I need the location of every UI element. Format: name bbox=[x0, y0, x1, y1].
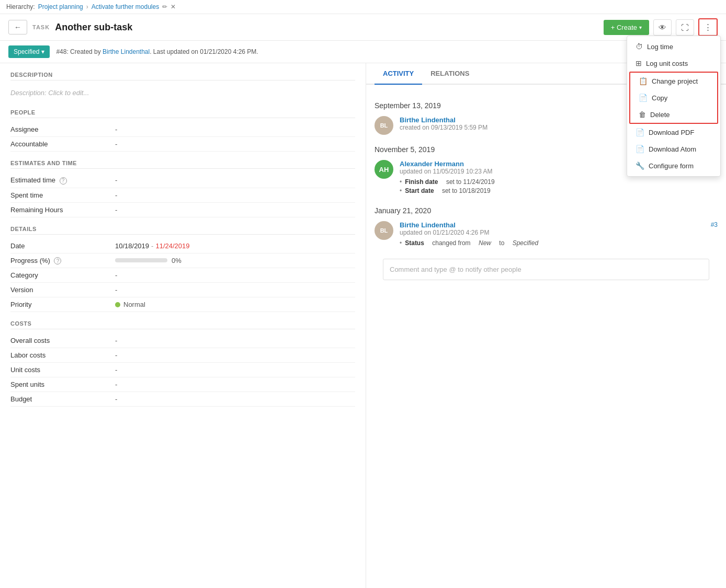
date-end: 11/24/2019 bbox=[155, 242, 189, 250]
costs-section-title: COSTS bbox=[10, 320, 355, 329]
configure-form-label: Configure form bbox=[649, 162, 694, 170]
breadcrumb-close-icon[interactable]: ✕ bbox=[171, 3, 176, 10]
budget-value[interactable]: - bbox=[115, 395, 117, 403]
status-button[interactable]: Specified ▾ bbox=[8, 45, 50, 58]
priority-dot bbox=[115, 302, 120, 307]
description-placeholder[interactable]: Description: Click to edit... bbox=[10, 85, 355, 101]
header-right: + Create ▾ 👁 ⛶ ⋮ bbox=[604, 18, 718, 36]
description-section-title: DESCRIPTION bbox=[10, 72, 355, 80]
dropdown-delete[interactable]: 🗑 Delete bbox=[630, 106, 717, 123]
spent-units-row: Spent units - bbox=[10, 377, 355, 392]
breadcrumb-child-link[interactable]: Activate further modules bbox=[92, 3, 159, 10]
priority-row: Priority Normal bbox=[10, 297, 355, 312]
activity-user-3: Birthe Lindenthal bbox=[400, 221, 456, 229]
breadcrumb: Hierarchy: Project planning › Activate f… bbox=[0, 0, 726, 14]
dropdown-change-project[interactable]: 📋 Change project bbox=[630, 73, 717, 89]
dropdown-download-atom[interactable]: 📄 Download Atom bbox=[627, 141, 720, 157]
dropdown-configure-form[interactable]: 🔧 Configure form bbox=[627, 157, 720, 174]
download-atom-label: Download Atom bbox=[649, 145, 696, 153]
log-unit-costs-label: Log unit costs bbox=[646, 60, 688, 67]
tab-activity[interactable]: ACTIVITY bbox=[375, 63, 422, 85]
spent-time-row: Spent time - bbox=[10, 188, 355, 203]
progress-pct: 0% bbox=[172, 257, 182, 264]
assignee-value[interactable]: - bbox=[115, 125, 117, 133]
progress-value[interactable]: 0% bbox=[115, 257, 182, 264]
main-layout: DESCRIPTION Description: Click to edit..… bbox=[0, 63, 726, 588]
activity-time-3: updated on 01/21/2020 4:26 PM bbox=[400, 229, 718, 236]
remaining-hours-label: Remaining Hours bbox=[10, 206, 115, 214]
date-label: Date bbox=[10, 242, 115, 250]
estimated-time-value[interactable]: - bbox=[115, 176, 117, 184]
estimates-section-title: ESTIMATES AND TIME bbox=[10, 160, 355, 169]
more-button[interactable]: ⋮ bbox=[698, 18, 718, 36]
labor-costs-value[interactable]: - bbox=[115, 351, 117, 359]
comment-box[interactable]: Comment and type @ to notify other peopl… bbox=[383, 259, 709, 280]
download-pdf-label: Download PDF bbox=[649, 129, 694, 136]
spent-units-value[interactable]: - bbox=[115, 381, 117, 388]
version-value[interactable]: - bbox=[115, 286, 117, 294]
avatar-alexander: AH bbox=[375, 160, 393, 179]
clock-icon: ⏱ bbox=[636, 42, 643, 51]
date-header-3: January 21, 2020 bbox=[375, 206, 718, 215]
labor-costs-row: Labor costs - bbox=[10, 348, 355, 363]
meta-bar: Specified ▾ #48: Created by Birthe Linde… bbox=[0, 41, 726, 63]
activity-bullets-3: Status changed from New to Specified bbox=[400, 239, 718, 247]
dropdown-copy[interactable]: 📄 Copy bbox=[630, 89, 717, 106]
progress-help[interactable]: ? bbox=[54, 257, 61, 264]
atom-icon: 📄 bbox=[636, 145, 644, 153]
overall-costs-value[interactable]: - bbox=[115, 337, 117, 344]
assignee-row: Assignee - bbox=[10, 122, 355, 137]
estimated-time-help[interactable]: ? bbox=[60, 177, 67, 185]
header-bar: ← TASK Another sub-task + Create ▾ 👁 ⛶ ⋮ bbox=[0, 14, 726, 41]
activity-ref-3: #3 bbox=[711, 221, 718, 228]
copy-icon: 📄 bbox=[639, 94, 648, 102]
date-separator: - bbox=[151, 242, 153, 250]
task-title: Another sub-task bbox=[55, 22, 132, 33]
log-time-label: Log time bbox=[647, 43, 673, 51]
labor-costs-label: Labor costs bbox=[10, 351, 115, 359]
activity-header-3: Birthe Lindenthal #3 bbox=[400, 221, 718, 229]
progress-bar bbox=[115, 258, 167, 262]
budget-row: Budget - bbox=[10, 392, 355, 407]
dropdown-menu: ⏱ Log time ⊞ Log unit costs 📋 Change pro… bbox=[627, 36, 721, 177]
spent-time-value[interactable]: - bbox=[115, 191, 117, 199]
progress-row: Progress (%) ? 0% bbox=[10, 253, 355, 269]
layers-icon: ⊞ bbox=[636, 59, 642, 67]
date-start: 10/18/2019 bbox=[115, 242, 149, 250]
category-label: Category bbox=[10, 271, 115, 279]
fullscreen-button[interactable]: ⛶ bbox=[676, 19, 694, 36]
folder-icon: 📋 bbox=[639, 77, 648, 85]
trash-icon: 🗑 bbox=[639, 110, 646, 119]
assignee-label: Assignee bbox=[10, 125, 115, 133]
pdf-icon: 📄 bbox=[636, 128, 644, 136]
priority-value[interactable]: Normal bbox=[115, 301, 145, 308]
date-value[interactable]: 10/18/2019 - 11/24/2019 bbox=[115, 242, 190, 250]
category-value[interactable]: - bbox=[115, 271, 117, 279]
watch-button[interactable]: 👁 bbox=[653, 19, 672, 36]
activity-bullet-2-1: Finish date set to 11/24/2019 bbox=[400, 178, 718, 186]
task-label: TASK bbox=[32, 24, 50, 30]
wrench-icon: 🔧 bbox=[636, 162, 644, 170]
meta-user-link[interactable]: Birthe Lindenthal bbox=[103, 48, 150, 55]
dropdown-log-unit-costs[interactable]: ⊞ Log unit costs bbox=[627, 55, 720, 72]
accountable-row: Accountable - bbox=[10, 137, 355, 152]
version-label: Version bbox=[10, 286, 115, 294]
back-button[interactable]: ← bbox=[8, 20, 27, 34]
dropdown-log-time[interactable]: ⏱ Log time bbox=[627, 38, 720, 55]
activity-body-3: Birthe Lindenthal #3 updated on 01/21/20… bbox=[400, 221, 718, 248]
dropdown-highlight-group: 📋 Change project 📄 Copy 🗑 Delete bbox=[629, 72, 718, 124]
delete-label: Delete bbox=[650, 111, 670, 119]
remaining-hours-value[interactable]: - bbox=[115, 206, 117, 214]
activity-bullet-3-1: Status changed from New to Specified bbox=[400, 239, 718, 247]
hierarchy-label: Hierarchy: bbox=[6, 3, 35, 10]
change-project-label: Change project bbox=[652, 77, 698, 85]
accountable-value[interactable]: - bbox=[115, 140, 117, 148]
dropdown-download-pdf[interactable]: 📄 Download PDF bbox=[627, 124, 720, 141]
breadcrumb-edit-icon[interactable]: ✏ bbox=[162, 3, 167, 10]
breadcrumb-parent-link[interactable]: Project planning bbox=[38, 3, 83, 10]
tab-relations[interactable]: RELATIONS bbox=[422, 63, 478, 85]
unit-costs-value[interactable]: - bbox=[115, 366, 117, 374]
breadcrumb-sep: › bbox=[86, 3, 88, 10]
spent-units-label: Spent units bbox=[10, 381, 115, 388]
create-button[interactable]: + Create ▾ bbox=[604, 20, 649, 35]
